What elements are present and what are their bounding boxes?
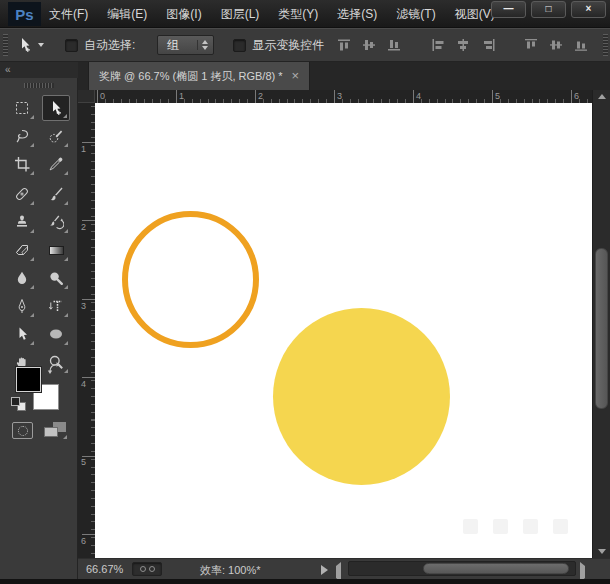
options-bar-end-grip[interactable] (603, 34, 608, 56)
clone-stamp-tool[interactable] (8, 209, 36, 235)
close-button[interactable]: × (571, 1, 606, 18)
triangle-down-icon (598, 549, 606, 554)
history-brush-tool[interactable] (42, 209, 70, 235)
v-ruler-number: 5 (81, 457, 86, 467)
align-vertical-centers-icon[interactable] (362, 38, 377, 52)
scroll-right-button[interactable] (580, 566, 585, 578)
dotted-circle-icon (18, 426, 28, 436)
align-right-edges-icon[interactable] (481, 38, 496, 52)
scroll-left-button[interactable] (336, 566, 341, 578)
h-ruler-number: 2 (258, 91, 263, 101)
align-top-edges-icon[interactable] (337, 38, 352, 52)
screen-mode-button[interactable] (43, 422, 67, 439)
horizontal-ruler[interactable]: 0 1 2 3 4 5 6 (95, 90, 592, 103)
distribute-top-edges-icon[interactable] (524, 38, 539, 52)
collapse-panel-button[interactable]: « (5, 64, 11, 75)
menu-item-layer[interactable]: 图层(L) (219, 6, 262, 23)
canvas[interactable] (95, 103, 592, 558)
align-left-edges-icon[interactable] (431, 38, 446, 52)
quick-selection-tool[interactable] (42, 123, 70, 149)
status-info-box (132, 562, 162, 576)
tool-preset-picker[interactable] (17, 37, 44, 53)
maximize-button[interactable]: □ (531, 1, 566, 18)
v-ruler-number: 1 (81, 144, 86, 154)
scroll-down-button[interactable] (593, 545, 610, 558)
gradient-icon (49, 246, 64, 255)
menu-item-select[interactable]: 选择(S) (335, 6, 379, 23)
menu-item-file[interactable]: 文件(F) (47, 6, 90, 23)
options-bar: 自动选择: 组 显示变换控件 (0, 28, 610, 62)
horizontal-scrollbar-thumb[interactable] (423, 563, 569, 574)
tab-close-icon[interactable]: × (292, 71, 300, 81)
photoshop-window: Ps 文件(F) 编辑(E) 图像(I) 图层(L) 类型(Y) 选择(S) 滤… (0, 0, 610, 584)
show-transform-checkbox[interactable] (233, 39, 246, 52)
v-ruler-number: 3 (81, 301, 86, 311)
gear-icon (149, 566, 155, 572)
type-tool[interactable] (42, 293, 70, 319)
eyedropper-tool[interactable] (42, 151, 70, 177)
minimize-button[interactable]: — (491, 1, 526, 18)
h-ruler-number: 0 (100, 91, 105, 101)
dropdown-stepper-icon (197, 40, 208, 50)
show-transform-label: 显示变换控件 (252, 37, 324, 54)
menu-item-filter[interactable]: 滤镜(T) (394, 6, 437, 23)
zoom-level-field[interactable]: 66.67% (86, 563, 123, 575)
foreground-color-swatch[interactable] (16, 367, 41, 392)
vertical-scrollbar[interactable] (592, 90, 610, 558)
vertical-ruler[interactable]: 1 2 3 4 5 6 (78, 103, 95, 558)
scroll-up-button[interactable] (593, 90, 610, 103)
align-bottom-edges-icon[interactable] (387, 38, 402, 52)
horizontal-scrollbar[interactable] (348, 561, 576, 576)
menu-item-type[interactable]: 类型(Y) (276, 6, 320, 23)
ellipse-1-copy-fill-shape (273, 308, 450, 485)
menu-item-edit[interactable]: 编辑(E) (105, 6, 149, 23)
triangle-up-icon (598, 94, 606, 99)
quick-mask-mode-button[interactable] (12, 422, 33, 439)
move-tool[interactable] (42, 95, 70, 121)
ellipse-1-outline-shape (122, 211, 259, 348)
h-ruler-number: 3 (337, 91, 342, 101)
h-ruler-number: 6 (574, 91, 579, 101)
options-bar-grip[interactable] (3, 34, 8, 56)
status-bar: 66.67% 效率: 100%* (78, 558, 610, 579)
gradient-tool[interactable] (42, 237, 70, 263)
efficiency-readout: 效率: 100%* (200, 563, 261, 578)
distribute-bottom-edges-icon[interactable] (574, 38, 589, 52)
dodge-tool[interactable] (42, 265, 70, 291)
screen-front-rect (44, 427, 58, 437)
rectangular-marquee-tool[interactable] (8, 95, 36, 121)
pen-tool[interactable] (8, 293, 36, 319)
align-horizontal-centers-icon[interactable] (456, 38, 471, 52)
eraser-tool[interactable] (8, 237, 36, 263)
auto-select-target-dropdown[interactable]: 组 (157, 35, 214, 55)
tools-panel-grip[interactable] (24, 83, 54, 88)
spot-healing-brush-tool[interactable] (8, 181, 36, 207)
default-colors-icon[interactable] (11, 396, 27, 412)
status-flyout-icon[interactable] (321, 565, 328, 575)
h-ruler-number: 1 (179, 91, 184, 101)
ellipse-tool[interactable] (42, 321, 70, 347)
lasso-tool[interactable] (8, 123, 36, 149)
auto-select-label: 自动选择: (84, 37, 135, 54)
watermark (463, 519, 568, 534)
path-selection-tool[interactable] (8, 321, 36, 347)
v-ruler-major-ticks (82, 103, 95, 558)
ruler-corner (78, 90, 95, 103)
v-ruler-number: 6 (81, 536, 86, 546)
distribute-vertical-centers-icon[interactable] (549, 38, 564, 52)
document-tab[interactable]: 奖牌 @ 66.7% (椭圆 1 拷贝, RGB/8) * × (88, 62, 310, 90)
brush-tool[interactable] (42, 181, 70, 207)
swap-colors-icon[interactable] (47, 361, 61, 379)
chevron-down-icon (38, 43, 44, 47)
v-ruler-number: 4 (81, 379, 86, 389)
vertical-scrollbar-thumb[interactable] (595, 248, 608, 409)
auto-select-checkbox[interactable] (65, 39, 78, 52)
window-controls: — □ × (491, 1, 606, 18)
menu-item-image[interactable]: 图像(I) (164, 6, 203, 23)
move-tool-icon (17, 37, 33, 53)
default-fg-chip (11, 397, 20, 406)
blur-tool[interactable] (8, 265, 36, 291)
menu-bar: 文件(F) 编辑(E) 图像(I) 图层(L) 类型(Y) 选择(S) 滤镜(T… (47, 0, 497, 28)
crop-tool[interactable] (8, 151, 36, 177)
distribute-group (524, 38, 589, 52)
